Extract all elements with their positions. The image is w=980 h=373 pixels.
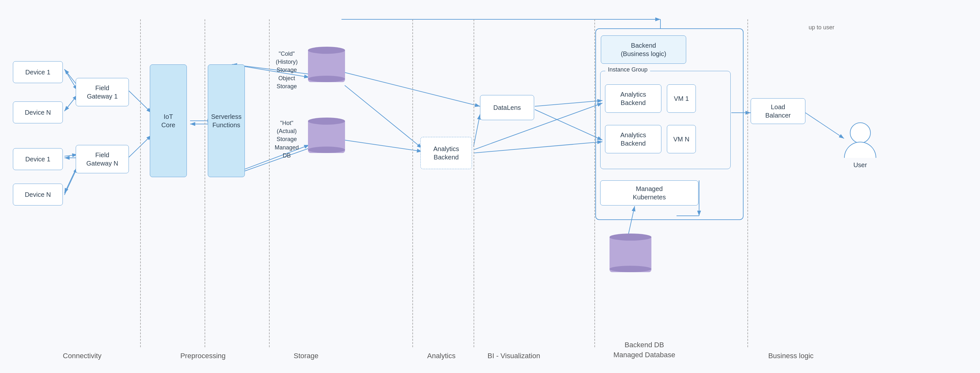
divider-2 [205, 19, 205, 347]
cold-storage-db [308, 47, 345, 82]
field-gateway-1: FieldGateway 1 [76, 78, 129, 106]
label-bi-viz: BI - Visualization [474, 352, 554, 360]
load-balancer: LoadBalancer [751, 98, 805, 124]
analytics-backend-n: AnalyticsBackend [605, 125, 662, 153]
iot-core: IoTCore [150, 64, 187, 177]
diagram-container: Connectivity Preprocessing Storage Analy… [0, 0, 980, 373]
svg-line-3 [64, 69, 77, 85]
hot-storage-label: "Hot" (Actual)StorageManaged DB [270, 119, 303, 160]
svg-line-5 [64, 95, 77, 111]
analytics-backend-1: AnalyticsBackend [605, 84, 662, 113]
device-n-bottom: Device N [13, 184, 63, 205]
svg-line-25 [474, 142, 603, 153]
user-head [850, 122, 871, 143]
datalens: DataLens [480, 95, 534, 120]
svg-line-4 [64, 95, 77, 111]
hot-storage-db [308, 117, 345, 153]
user-label: User [853, 161, 867, 169]
label-backend-db: Backend DBManaged Database [594, 340, 694, 360]
analytics-backend-dashed: AnalyticsBackend [420, 137, 472, 169]
divider-1 [140, 19, 141, 347]
label-preprocessing: Preprocessing [171, 352, 235, 360]
user-body [844, 142, 876, 158]
serverless-functions: ServerlessFunctions [208, 64, 245, 177]
label-connectivity: Connectivity [26, 352, 138, 360]
vm-1: VM 1 [667, 84, 696, 113]
divider-3 [269, 19, 270, 347]
label-analytics: Analytics [415, 352, 467, 360]
device-n-top: Device N [13, 102, 63, 123]
backend-db [609, 233, 651, 272]
divider-6 [594, 19, 595, 347]
device-1-top: Device 1 [13, 61, 63, 83]
svg-line-9 [64, 166, 77, 193]
svg-line-2 [64, 69, 77, 90]
arrows-svg [0, 0, 980, 373]
svg-line-8 [64, 168, 77, 195]
svg-line-23 [535, 110, 603, 140]
user-icon: User [844, 122, 876, 169]
divider-5 [474, 19, 474, 347]
vm-n: VM N [667, 125, 696, 153]
svg-line-27 [805, 113, 844, 138]
backend-business-logic: Backend(Business logic) [601, 35, 686, 64]
svg-line-21 [474, 114, 480, 146]
device-1-bottom: Device 1 [13, 148, 63, 170]
cold-storage-label: "Cold" (History)StorageObject Storage [270, 50, 303, 90]
svg-line-22 [535, 100, 603, 106]
label-storage: Storage [274, 352, 338, 360]
svg-line-19 [345, 140, 422, 151]
managed-kubernetes: ManagedKubernetes [600, 180, 698, 205]
up-to-user-label: up to user [808, 24, 834, 31]
instance-group-label: Instance Group [605, 67, 650, 73]
label-business-logic: Business logic [751, 352, 831, 360]
field-gateway-n: FieldGateway N [76, 145, 129, 173]
svg-line-18 [345, 85, 422, 148]
divider-4 [412, 19, 413, 347]
svg-line-6 [64, 155, 77, 156]
divider-7 [748, 19, 748, 347]
